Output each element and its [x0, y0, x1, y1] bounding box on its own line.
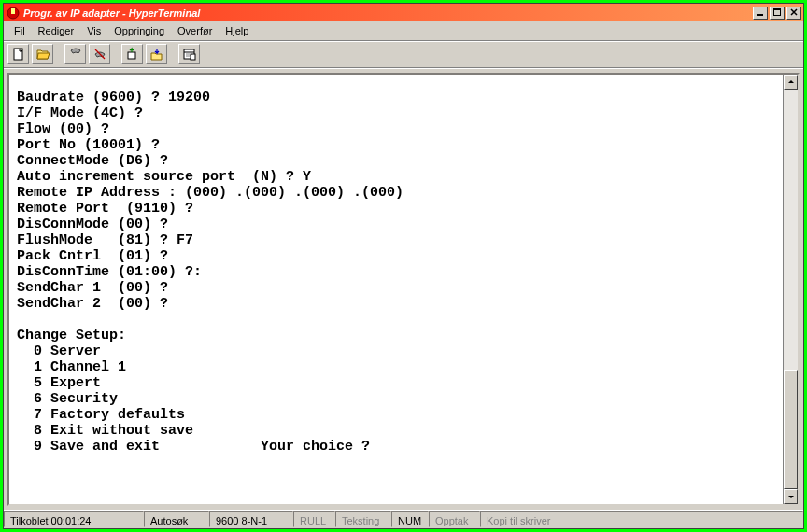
menu-oppringing[interactable]: Oppringing: [107, 23, 171, 38]
status-caps: Teksting: [335, 511, 391, 527]
chevron-up-icon: [787, 78, 795, 86]
status-settings: 9600 8-N-1: [209, 511, 293, 527]
client-area: Baudrate (9600) ? 19200 I/F Mode (4C) ? …: [4, 68, 803, 510]
terminal-output[interactable]: Baudrate (9600) ? 19200 I/F Mode (4C) ? …: [9, 75, 783, 504]
window-buttons: [753, 7, 803, 20]
new-button[interactable]: [7, 44, 29, 64]
connect-button[interactable]: [64, 44, 86, 64]
status-capture: Opptak: [429, 511, 480, 527]
open-button[interactable]: [32, 44, 53, 64]
properties-button[interactable]: [178, 44, 200, 64]
receive-icon: [149, 47, 164, 62]
send-icon: [125, 47, 140, 62]
chevron-down-icon: [787, 493, 795, 500]
phone-down-icon: [92, 47, 107, 62]
svg-rect-4: [773, 8, 781, 10]
status-scroll: RULL: [293, 511, 335, 527]
statusbar: Tilkoblet 00:01:24 Autosøk 9600 8-N-1 RU…: [4, 510, 803, 528]
close-button[interactable]: [786, 7, 801, 20]
receive-button[interactable]: [146, 44, 167, 64]
status-num: NUM: [391, 511, 429, 527]
scroll-down-button[interactable]: [784, 489, 798, 504]
phone-icon: [68, 47, 83, 62]
svg-rect-1: [11, 8, 15, 14]
open-folder-icon: [35, 47, 50, 62]
menubar: Fil Rediger Vis Oppringing Overfør Hjelp: [4, 21, 803, 41]
titlebar: Progr. av IP adapter - HyperTerminal: [4, 4, 803, 21]
scroll-thumb[interactable]: [784, 370, 798, 489]
status-connected: Tilkoblet 00:01:24: [4, 511, 144, 527]
menu-fil[interactable]: Fil: [7, 23, 32, 38]
terminal-frame: Baudrate (9600) ? 19200 I/F Mode (4C) ? …: [7, 73, 800, 506]
svg-rect-2: [757, 14, 763, 16]
menu-vis[interactable]: Vis: [80, 23, 107, 38]
toolbar: [4, 41, 803, 68]
status-print: Kopi til skriver: [480, 511, 803, 527]
vertical-scrollbar[interactable]: [783, 75, 798, 504]
send-button[interactable]: [121, 44, 143, 64]
app-window: Progr. av IP adapter - HyperTerminal Fil…: [3, 3, 804, 529]
app-icon: [6, 6, 21, 21]
menu-rediger[interactable]: Rediger: [32, 23, 81, 38]
window-title: Progr. av IP adapter - HyperTerminal: [23, 7, 753, 19]
menu-hjelp[interactable]: Hjelp: [219, 23, 255, 38]
menu-overfor[interactable]: Overfør: [171, 23, 219, 38]
minimize-button[interactable]: [753, 7, 768, 20]
properties-icon: [182, 47, 197, 62]
scroll-track[interactable]: [784, 90, 798, 489]
maximize-button[interactable]: [770, 7, 785, 20]
svg-rect-7: [128, 52, 135, 59]
status-autodetect: Autosøk: [144, 511, 209, 527]
disconnect-button[interactable]: [89, 44, 110, 64]
new-file-icon: [11, 47, 26, 62]
scroll-up-button[interactable]: [784, 75, 798, 90]
